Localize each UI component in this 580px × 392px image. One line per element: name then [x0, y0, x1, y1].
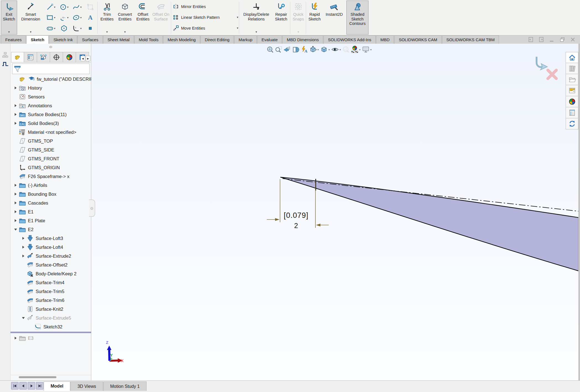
dropdown-caret-icon[interactable]: ▾ [54, 16, 55, 19]
sketch-tool-rectangle[interactable]: ▾ [44, 12, 58, 23]
nav-prev-button[interactable] [19, 382, 27, 390]
panel-tabs-scroll-left[interactable]: ◀ [80, 56, 85, 61]
tree-expand-arrow-icon[interactable] [13, 210, 18, 213]
sketch-tool-point[interactable] [84, 23, 97, 34]
rollback-bar[interactable] [11, 332, 91, 333]
tree-expand-arrow-icon[interactable] [13, 113, 18, 116]
close-icon[interactable] [569, 36, 576, 43]
exit-sketch-button[interactable]: Exit Sketch ▾ [1, 1, 17, 35]
tree-item-gtms-top[interactable]: GTMS_TOP [11, 137, 91, 145]
taskpane-appearances-button[interactable] [566, 96, 578, 107]
ribbon-tab-direct-editing[interactable]: Direct Editing [200, 35, 234, 44]
tree-expand-arrow-icon[interactable] [13, 184, 18, 187]
tree-item-body-delete-keep-2[interactable]: Body-Delete/Keep 2 [11, 269, 91, 278]
tree-item-gtms-side[interactable]: GTMS_SIDE [11, 145, 91, 154]
tree-expand-arrow-icon[interactable] [13, 122, 18, 125]
trim-entities-caret[interactable]: ▾ [106, 30, 108, 33]
collapse-left-icon[interactable] [527, 36, 534, 43]
document-tab-motion-study-1[interactable]: Motion Study 1 [103, 381, 147, 391]
ribbon-tab-mold-tools[interactable]: Mold Tools [134, 35, 163, 44]
ribbon-tab-sheet-metal[interactable]: Sheet Metal [103, 35, 134, 44]
panel-tabs-scroll-right[interactable]: ▶ [86, 56, 90, 61]
tree-item-surface-bodies-11[interactable]: Surface Bodies(11) [11, 110, 91, 119]
convert-entities-caret[interactable]: ▾ [124, 30, 126, 33]
dropdown-caret-icon[interactable]: ▾ [80, 6, 82, 9]
smart-dimension-button[interactable]: Smart Dimension ▾ [18, 1, 44, 35]
tree-expand-arrow-icon[interactable] [21, 255, 25, 257]
dimension-reference-value[interactable]: [0.079] [281, 211, 312, 220]
tree-item-e1-plate[interactable]: E1 Plate [11, 216, 91, 225]
tree-expand-arrow-icon[interactable] [13, 104, 18, 107]
sketch-tool-fillet[interactable]: ▾ [70, 23, 84, 34]
ribbon-tab-surfaces[interactable]: Surfaces [77, 35, 103, 44]
taskpane-file-explorer-button[interactable] [566, 74, 578, 85]
panel-tab-dimxpertmanager[interactable] [50, 52, 63, 62]
tree-collapse-arrow-icon[interactable] [21, 317, 25, 319]
rollback-step-icon[interactable] [2, 60, 9, 67]
document-tab-3d-views[interactable]: 3D Views [70, 381, 103, 391]
tree-item-solid-bodies-3[interactable]: Solid Bodies(3) [11, 119, 91, 128]
ribbon-tab-features[interactable]: Features [1, 35, 26, 44]
hierarchy-icon[interactable] [2, 51, 9, 59]
tree-item-e3[interactable]: E3 [11, 334, 91, 343]
tree-collapse-arrow-icon[interactable] [13, 228, 18, 231]
graphics-viewport[interactable]: A▾▾▾▾▾ [0.079] [92, 44, 578, 380]
tree-item-sketch32[interactable]: Sketch32 [11, 322, 91, 331]
tree-item-cascades[interactable]: Cascades [11, 198, 91, 207]
convert-entities-button[interactable]: Convert Entities ▾ [116, 1, 134, 35]
panel-tab-displaymanager[interactable] [63, 52, 76, 62]
restore-icon[interactable] [559, 36, 566, 43]
sketch-tool-line[interactable]: ▾ [44, 2, 58, 12]
tree-item-bounding-box[interactable]: Bounding Box [11, 190, 91, 198]
tree-item-airfoils[interactable]: (-) Airfoils [11, 181, 91, 190]
tree-item-surface-loft3[interactable]: Surface-Loft3 [11, 234, 91, 243]
tree-item-surface-extrude2[interactable]: Surface-Extrude2 [11, 252, 91, 260]
tree-item-surface-extrude5[interactable]: Surface-Extrude5 [11, 313, 91, 322]
tree-expand-arrow-icon[interactable] [21, 246, 25, 249]
tree-item-gtms-origin[interactable]: GTMS_ORIGIN [11, 163, 91, 172]
tree-item-surface-trim6[interactable]: Surface-Trim6 [11, 296, 91, 305]
tree-expand-arrow-icon[interactable] [13, 337, 18, 339]
ribbon-tab-solidworks-cam-tbm[interactable]: SOLIDWORKS CAM TBM [442, 35, 499, 44]
tree-item-surface-offset2[interactable]: Surface-Offset2 [11, 260, 91, 269]
dropdown-caret-icon[interactable]: ▾ [54, 6, 55, 9]
sketch-tool-slot[interactable]: ▾ [44, 23, 58, 34]
nav-first-button[interactable] [11, 382, 19, 390]
tree-expand-arrow-icon[interactable] [13, 87, 18, 89]
ribbon-tab-solidworks-cam[interactable]: SOLIDWORKS CAM [394, 35, 441, 44]
panel-horizontal-scrollbar[interactable] [19, 376, 56, 378]
tree-item-e2[interactable]: E2 [11, 225, 91, 234]
smart-dimension-caret[interactable]: ▾ [30, 30, 32, 33]
tree-expand-arrow-icon[interactable] [13, 193, 18, 195]
taskpane-design-library-button[interactable] [566, 63, 578, 74]
dropdown-caret-icon[interactable]: ▾ [54, 27, 55, 30]
document-tab-model[interactable]: Model [44, 381, 70, 391]
move-entities-caret[interactable]: ▾ [237, 26, 238, 30]
nav-next-button[interactable] [28, 382, 35, 390]
panel-tab-configurationmanager[interactable] [37, 52, 50, 62]
tree-item-fw-tutorial-add-descrip[interactable]: fw_tutorial ("ADD DESCRIP [11, 75, 91, 83]
rapid-sketch-button[interactable]: Rapid Sketch [307, 1, 322, 35]
offset-entities-button[interactable]: Offset Entities [134, 1, 151, 35]
instant2d-button[interactable]: Instant2D [323, 1, 346, 35]
sketch-tool-spline[interactable]: ▾ [70, 2, 84, 12]
collapse-right-icon[interactable] [538, 36, 545, 43]
exit-sketch-caret[interactable]: ▾ [8, 30, 10, 33]
ribbon-tab-markup[interactable]: Markup [234, 35, 257, 44]
sketch-tool-arc[interactable]: ▾ [58, 12, 71, 23]
mirror-entities-button[interactable]: Mirror Entities [173, 1, 238, 12]
tree-expand-arrow-icon[interactable] [13, 202, 18, 204]
tree-item-e1[interactable]: E1 [11, 207, 91, 216]
panel-tab-propertymanager[interactable] [24, 52, 37, 62]
tree-expand-arrow-icon[interactable] [13, 219, 18, 222]
tree-item-f26-spaceframe-x[interactable]: F26 Spaceframe-> x [11, 172, 91, 181]
tree-item-sensors[interactable]: Sensors [11, 92, 91, 101]
ribbon-tab-mesh-modeling[interactable]: Mesh Modeling [163, 35, 200, 44]
tree-item-surface-trim5[interactable]: Surface-Trim5 [11, 287, 91, 296]
sketch-tool-polygon[interactable] [58, 23, 71, 34]
tree-filter-input[interactable] [12, 64, 90, 74]
sketch-tool-ghost-rect[interactable] [84, 2, 97, 12]
nav-last-button[interactable] [36, 382, 43, 390]
tree-item-material-not-specified[interactable]: Material <not specified> [11, 128, 91, 137]
ribbon-tab-sketch-ink[interactable]: Sketch Ink [49, 35, 77, 44]
